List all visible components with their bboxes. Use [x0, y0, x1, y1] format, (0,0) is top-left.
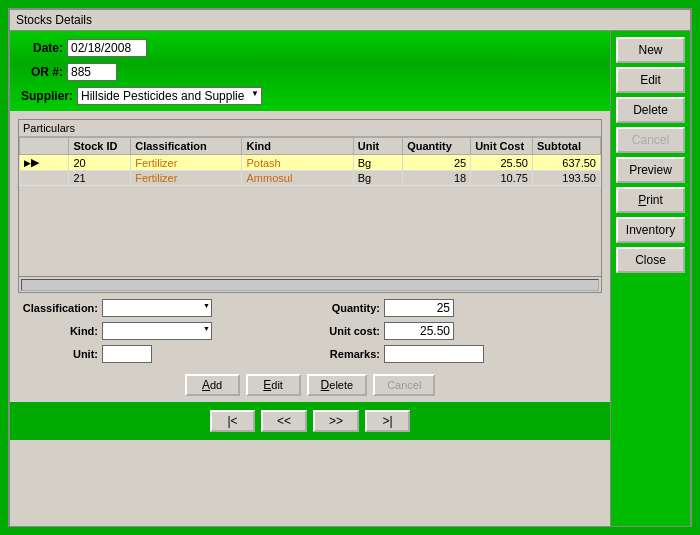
horizontal-scrollbar[interactable]	[21, 279, 599, 291]
quantity-label: Quantity:	[315, 302, 380, 314]
or-label: OR #:	[18, 65, 63, 79]
unit-cost-row: Unit cost:	[315, 322, 602, 340]
right-panel: New Edit Delete Cancel Preview Print Inv…	[610, 31, 690, 526]
or-input[interactable]	[67, 63, 117, 81]
scrollbar-area	[19, 276, 601, 292]
table-cell: 637.50	[532, 155, 600, 171]
col-classification: Classification	[131, 138, 242, 155]
form-columns: Classification: Kind:	[18, 299, 602, 368]
bottom-nav-section: |< << >> >|	[10, 402, 610, 440]
table-row[interactable]: ▶20FertilizerPotashBg2525.50637.50	[20, 155, 601, 171]
nav-buttons: |< << >> >|	[18, 406, 602, 436]
kind-wrapper	[102, 322, 212, 340]
prev-button[interactable]: <<	[261, 410, 307, 432]
last-button[interactable]: >|	[365, 410, 410, 432]
table-cell: 193.50	[532, 171, 600, 186]
particulars-title: Particulars	[19, 120, 601, 136]
inventory-button[interactable]: Inventory	[616, 217, 685, 243]
side-edit-button[interactable]: Edit	[616, 67, 685, 93]
main-content: Date: OR #: Supplier: Hillside Pesticide…	[10, 31, 690, 526]
quantity-input[interactable]	[384, 299, 454, 317]
supplier-select[interactable]: Hillside Pesticides and Supplies	[77, 87, 262, 105]
classification-select[interactable]	[102, 299, 212, 317]
data-table: Stock ID Classification Kind Unit Quanti…	[19, 137, 601, 186]
side-delete-button[interactable]: Delete	[616, 97, 685, 123]
header-section: Date: OR #: Supplier: Hillside Pesticide…	[10, 31, 610, 111]
left-panel: Date: OR #: Supplier: Hillside Pesticide…	[10, 31, 610, 526]
classification-row: Classification:	[18, 299, 305, 317]
table-cell: 21	[69, 171, 131, 186]
window-title: Stocks Details	[16, 13, 92, 27]
side-cancel-button[interactable]: Cancel	[616, 127, 685, 153]
table-cell: Fertilizer	[131, 171, 242, 186]
remarks-input[interactable]	[384, 345, 484, 363]
date-row: Date:	[18, 39, 602, 57]
col-stock-id	[20, 138, 69, 155]
preview-button[interactable]: Preview	[616, 157, 685, 183]
form-section: Classification: Kind:	[18, 299, 602, 368]
remarks-row: Remarks:	[315, 345, 602, 363]
main-window: Stocks Details Date: OR #: Supplier:	[8, 8, 692, 527]
table-header-row: Stock ID Classification Kind Unit Quanti…	[20, 138, 601, 155]
kind-label: Kind:	[18, 325, 98, 337]
table-body: ▶20FertilizerPotashBg2525.50637.5021Fert…	[20, 155, 601, 186]
table-row[interactable]: 21FertilizerAmmosulBg1810.75193.50	[20, 171, 601, 186]
delete-button[interactable]: Delete	[307, 374, 368, 396]
col-quantity: Quantity	[403, 138, 471, 155]
col-kind: Kind	[242, 138, 353, 155]
add-button[interactable]: Add	[185, 374, 240, 396]
edit-button[interactable]: Edit	[246, 374, 301, 396]
supplier-wrapper: Hillside Pesticides and Supplies	[77, 87, 262, 105]
row-arrow	[20, 171, 69, 186]
first-button[interactable]: |<	[210, 410, 255, 432]
supplier-label: Supplier:	[18, 89, 73, 103]
kind-row: Kind:	[18, 322, 305, 340]
table-cell: 25	[403, 155, 471, 171]
table-cell: 18	[403, 171, 471, 186]
kind-select[interactable]	[102, 322, 212, 340]
date-input[interactable]	[67, 39, 147, 57]
unit-cost-label: Unit cost:	[315, 325, 380, 337]
print-button[interactable]: Print	[616, 187, 685, 213]
col-stock-id-h: Stock ID	[69, 138, 131, 155]
col-subtotal: Subtotal	[532, 138, 600, 155]
classification-label: Classification:	[18, 302, 98, 314]
title-bar: Stocks Details	[10, 10, 690, 31]
form-cancel-button[interactable]: Cancel	[373, 374, 435, 396]
table-cell: Bg	[353, 171, 402, 186]
row-arrow: ▶	[20, 155, 69, 171]
date-label: Date:	[18, 41, 63, 55]
form-left-col: Classification: Kind:	[18, 299, 305, 368]
next-button[interactable]: >>	[313, 410, 359, 432]
unit-cost-input[interactable]	[384, 322, 454, 340]
print-label: Print	[638, 193, 663, 207]
table-cell: Potash	[242, 155, 353, 171]
particulars-section: Particulars Stock ID Classification Kind…	[18, 119, 602, 293]
quantity-row: Quantity:	[315, 299, 602, 317]
supplier-row: Supplier: Hillside Pesticides and Suppli…	[18, 87, 602, 105]
table-cell: Ammosul	[242, 171, 353, 186]
col-unit-cost: Unit Cost	[471, 138, 533, 155]
unit-label: Unit:	[18, 348, 98, 360]
unit-row: Unit:	[18, 345, 305, 363]
new-button[interactable]: New	[616, 37, 685, 63]
table-cell: 20	[69, 155, 131, 171]
form-buttons: Add Edit Delete Cancel	[18, 374, 602, 396]
col-unit: Unit	[353, 138, 402, 155]
table-cell: Fertilizer	[131, 155, 242, 171]
unit-input[interactable]	[102, 345, 152, 363]
classification-wrapper	[102, 299, 212, 317]
close-button[interactable]: Close	[616, 247, 685, 273]
table-cell: 25.50	[471, 155, 533, 171]
remarks-label: Remarks:	[315, 348, 380, 360]
table-cell: Bg	[353, 155, 402, 171]
table-wrapper[interactable]: Stock ID Classification Kind Unit Quanti…	[19, 136, 601, 276]
form-right-col: Quantity: Unit cost: Remarks:	[315, 299, 602, 368]
table-cell: 10.75	[471, 171, 533, 186]
or-row: OR #:	[18, 63, 602, 81]
